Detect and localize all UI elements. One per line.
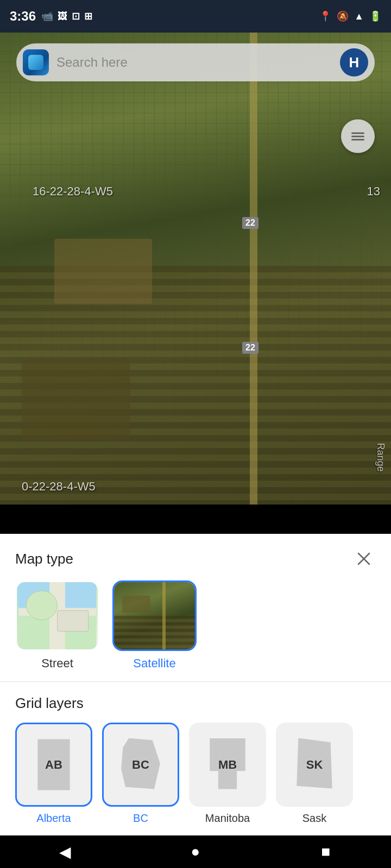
- map-view[interactable]: 22 22 16-22-28-4-W5 13 0-22-28-4-W5 Rang…: [0, 33, 391, 505]
- image-icon: 🖼: [58, 11, 67, 22]
- close-button[interactable]: [352, 547, 376, 571]
- bc-thumb: BC: [102, 723, 179, 807]
- mb-label: Manitoba: [205, 812, 250, 825]
- satellite-preview: [114, 582, 195, 649]
- video-camera-icon: 📹: [41, 10, 53, 22]
- grid-items-row: AB Alberta BC BC: [15, 723, 376, 825]
- nav-bar: ◀ ● ■: [0, 835, 391, 868]
- bottom-sheet: Map type: [0, 534, 391, 835]
- grid-item-ab[interactable]: AB Alberta: [15, 723, 92, 825]
- home-button[interactable]: ●: [174, 838, 217, 865]
- sk-thumb: SK: [276, 723, 353, 807]
- bc-label: BC: [133, 812, 148, 825]
- satellite-label: Satellite: [133, 656, 175, 671]
- search-bar[interactable]: Search here H: [16, 43, 375, 81]
- sk-code: SK: [306, 758, 323, 772]
- status-time: 3:36: [10, 9, 36, 24]
- sat-stripes: [114, 616, 195, 649]
- grid-item-mb[interactable]: MB Manitoba: [189, 723, 266, 825]
- coordinate-label-bottom: 0-22-28-4-W5: [22, 480, 96, 494]
- notifications-off-icon: 🔕: [337, 10, 349, 22]
- coordinate-label-main: 16-22-28-4-W5: [33, 184, 113, 199]
- street-preview: [17, 582, 98, 649]
- grid-section: Grid layers AB Alberta BC: [0, 682, 391, 835]
- svg-rect-1: [351, 136, 364, 137]
- layers-icon: [349, 127, 367, 145]
- svg-rect-10: [58, 610, 89, 631]
- sat-building: [122, 596, 150, 612]
- screen-record-icon: ⊡: [72, 10, 80, 22]
- bc-code: BC: [132, 758, 149, 772]
- user-avatar[interactable]: H: [340, 48, 368, 76]
- search-placeholder[interactable]: Search here: [56, 55, 340, 70]
- grid-icon: ⊞: [84, 10, 92, 22]
- coordinate-label-side: 13: [367, 184, 380, 199]
- ab-label: Alberta: [36, 812, 71, 825]
- grid-item-sk[interactable]: SK Sask: [276, 723, 353, 825]
- street-map-svg: [17, 582, 98, 649]
- sk-label: Sask: [302, 812, 326, 825]
- sat-road: [162, 582, 166, 649]
- battery-icon: 🔋: [369, 10, 381, 22]
- mb-thumb: MB: [189, 723, 266, 807]
- road-sign-22-top: 22: [242, 217, 258, 229]
- map-type-row: Street Satellite: [0, 580, 391, 681]
- street-label: Street: [41, 656, 73, 671]
- map-type-satellite[interactable]: Satellite: [112, 580, 197, 671]
- svg-point-9: [26, 591, 57, 620]
- farm-building: [22, 358, 130, 439]
- mb-code: MB: [218, 758, 237, 772]
- svg-rect-0: [351, 139, 364, 141]
- layers-button[interactable]: [341, 119, 375, 153]
- road-vertical: [250, 33, 257, 505]
- grid-section-title: Grid layers: [15, 695, 376, 712]
- range-label: Range: [375, 443, 386, 471]
- logo-icon: [28, 55, 43, 70]
- sheet-title: Map type: [15, 551, 73, 567]
- app-logo: [23, 49, 49, 75]
- satellite-map: 22 22 16-22-28-4-W5 13 0-22-28-4-W5 Rang…: [0, 33, 391, 505]
- sheet-header: Map type: [0, 534, 391, 580]
- grid-item-bc[interactable]: BC BC: [102, 723, 179, 825]
- close-icon: [355, 550, 373, 567]
- wifi-icon: ▲: [354, 11, 364, 22]
- road-sign-22-bottom: 22: [242, 342, 258, 354]
- street-thumb: [15, 580, 99, 651]
- status-bar: 3:36 📹 🖼 ⊡ ⊞ 📍 🔕 ▲ 🔋: [0, 0, 391, 33]
- back-button[interactable]: ◀: [43, 838, 87, 865]
- ab-code: AB: [45, 758, 62, 772]
- svg-rect-2: [351, 132, 364, 134]
- map-type-street[interactable]: Street: [15, 580, 99, 671]
- satellite-thumb: [112, 580, 197, 651]
- location-icon: 📍: [319, 10, 331, 22]
- ab-thumb: AB: [15, 723, 92, 807]
- farm-structure: [54, 239, 152, 304]
- recents-button[interactable]: ■: [304, 838, 348, 865]
